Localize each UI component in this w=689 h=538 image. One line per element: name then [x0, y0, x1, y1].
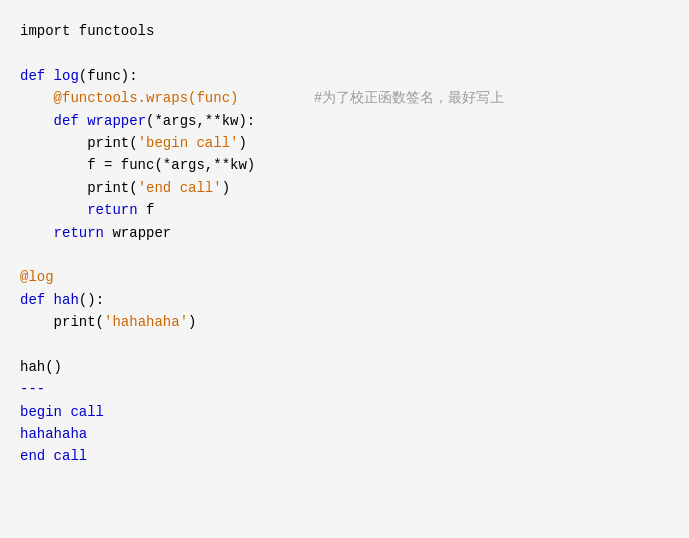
line-decorator: @functools.wraps(func) #为了校正函数签名，最好写上	[20, 87, 669, 109]
line-print-end: print('end call')	[20, 177, 669, 199]
line-print-begin: print('begin call')	[20, 132, 669, 154]
line-empty1	[20, 42, 669, 64]
line-print-hah: print('hahahaha')	[20, 311, 669, 333]
line-def-wrapper: def wrapper(*args,**kw):	[20, 110, 669, 132]
line-hah-call: hah()	[20, 356, 669, 378]
line-return-f: return f	[20, 199, 669, 221]
line-return-wrapper: return wrapper	[20, 222, 669, 244]
line-end-call: end call	[20, 445, 669, 467]
line-separator: ---	[20, 378, 669, 400]
line-empty3	[20, 333, 669, 355]
line-def-hah: def hah():	[20, 289, 669, 311]
line-at-log: @log	[20, 266, 669, 288]
line-empty2	[20, 244, 669, 266]
line-hahahaha: hahahaha	[20, 423, 669, 445]
line-begin-call: begin call	[20, 401, 669, 423]
line-def-log: def log(func):	[20, 65, 669, 87]
line-import: import functools	[20, 20, 669, 42]
line-f-assign: f = func(*args,**kw)	[20, 154, 669, 176]
code-editor: import functools def log(func): @functoo…	[20, 20, 669, 468]
